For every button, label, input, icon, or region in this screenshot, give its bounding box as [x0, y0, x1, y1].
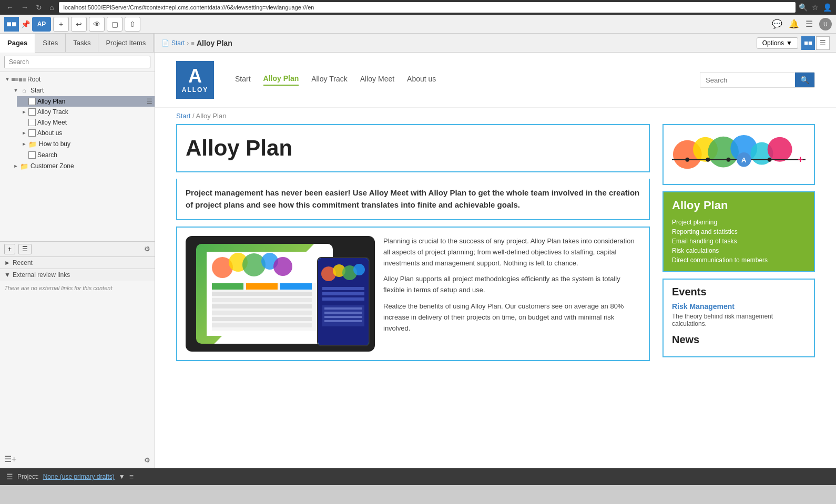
- tree-label-alloy-track: Alloy Track: [37, 108, 68, 116]
- tab-tasks[interactable]: Tasks: [66, 34, 98, 53]
- page-title-text: Alloy Plan: [197, 39, 232, 47]
- feature-5[interactable]: Direct communication to members: [672, 255, 806, 265]
- alloy-search-button[interactable]: 🔍: [795, 73, 814, 87]
- refresh-btn[interactable]: ↻: [34, 2, 44, 13]
- about-us-toggle: ►: [21, 130, 27, 136]
- cms-toolbar-left: ■■ 📌 AP + ↩ 👁 ▢ ⇧: [4, 17, 772, 32]
- breadcrumb-start[interactable]: Start: [171, 39, 185, 47]
- tree-item-alloy-plan[interactable]: Alloy Plan ☰: [17, 96, 155, 107]
- external-links-label: External review links: [13, 271, 70, 279]
- pin-button[interactable]: 📌: [21, 20, 30, 28]
- user-avatar[interactable]: U: [819, 18, 832, 30]
- tree-label-alloy-meet: Alloy Meet: [37, 119, 67, 126]
- folder-icon-how-to-buy: 📁: [28, 140, 37, 148]
- tree-item-search[interactable]: Search: [17, 150, 155, 160]
- alloy-plan-menu[interactable]: ☰: [147, 98, 152, 105]
- back-btn[interactable]: ←: [4, 2, 16, 13]
- alloy-search-box: 🔍: [700, 72, 815, 88]
- list-view-btn[interactable]: ☰: [816, 36, 830, 50]
- sidebar-tabs: Pages Sites Tasks Project Items: [0, 34, 155, 53]
- forward-btn[interactable]: →: [19, 2, 30, 13]
- sidebar-search-input[interactable]: [4, 56, 150, 68]
- feature-3[interactable]: Email handling of tasks: [672, 236, 806, 246]
- feature-4[interactable]: Risk calculations: [672, 246, 806, 255]
- view-buttons: ■■ ☰: [801, 36, 830, 50]
- page-title-header: ■ Alloy Plan: [191, 39, 232, 47]
- alloy-logo: A ALLOY: [176, 61, 214, 99]
- chat-icon[interactable]: 💬: [772, 19, 782, 29]
- nav-alloy-track[interactable]: Alloy Track: [311, 75, 347, 85]
- project-link[interactable]: None (use primary drafts): [43, 473, 115, 480]
- tree-item-start[interactable]: ▼ ⌂ Start: [8, 85, 155, 96]
- add-more-btn[interactable]: ☰+: [4, 454, 16, 464]
- project-dropdown-arrow[interactable]: ▼: [119, 473, 125, 480]
- feature-2[interactable]: Reporting and statistics: [672, 227, 806, 236]
- svg-point-38: [727, 158, 731, 162]
- folder-icon-customer-zone: 📁: [20, 162, 28, 170]
- alloy-search-input[interactable]: [700, 74, 795, 87]
- fullscreen-btn[interactable]: ⇧: [125, 17, 140, 32]
- tree-item-alloy-track[interactable]: ► Alloy Track: [17, 107, 155, 117]
- event-title[interactable]: Risk Management: [672, 302, 806, 311]
- nav-start[interactable]: Start: [235, 75, 251, 85]
- star-icon: ☆: [812, 3, 819, 12]
- alloy-website: A ALLOY Start Alloy Plan Alloy Track All…: [155, 53, 836, 468]
- svg-point-36: [685, 158, 689, 162]
- events-title: Events: [672, 286, 806, 298]
- preview-btn[interactable]: 👁: [89, 17, 105, 32]
- root-icon: [12, 78, 26, 81]
- address-bar[interactable]: localhost:5000/EPiServer/Cms/#context=ep…: [59, 2, 796, 13]
- nav-alloy-meet[interactable]: Alloy Meet: [360, 75, 394, 85]
- circles-block: A +: [662, 124, 815, 185]
- tree-item-root[interactable]: ▼ Root: [0, 74, 155, 85]
- page-icon-header: ■: [191, 40, 195, 46]
- tab-sites[interactable]: Sites: [35, 34, 66, 53]
- nav-about-us[interactable]: About us: [407, 75, 436, 85]
- breadcrumb-separator: ›: [187, 39, 189, 47]
- project-label: Project:: [17, 473, 39, 480]
- tree-label-search: Search: [37, 151, 57, 159]
- cms-toolbar-right: 💬 🔔 ☰ U: [772, 18, 832, 30]
- undo-btn[interactable]: ↩: [71, 17, 87, 32]
- body-text-2: Alloy Plan supports all project methodol…: [383, 274, 640, 296]
- svg-rect-14: [212, 317, 312, 321]
- page-icon-search: [28, 151, 36, 159]
- tab-project-items[interactable]: Project Items: [98, 34, 154, 53]
- alloy-main: Alloy Plan Project management has never …: [176, 124, 650, 364]
- tree-item-about-us[interactable]: ► About us: [17, 128, 155, 138]
- alloy-plan-tab[interactable]: AP: [32, 17, 51, 32]
- content-header: 📄 Start › ■ Alloy Plan Options ▼ ■■ ☰: [155, 34, 836, 53]
- tree-item-how-to-buy[interactable]: ► 📁 How to buy: [17, 138, 155, 150]
- bell-icon[interactable]: 🔔: [789, 19, 799, 29]
- options-button[interactable]: Options ▼: [757, 37, 798, 49]
- start-toggle: ▼: [13, 87, 19, 94]
- alloy-track-toggle: ►: [21, 109, 27, 115]
- alloy-breadcrumb-start[interactable]: Start: [176, 112, 190, 120]
- add-item-btn[interactable]: +: [4, 244, 15, 254]
- add-content-btn[interactable]: +: [53, 17, 69, 32]
- green-features: Alloy Plan Project planning Reporting an…: [664, 192, 814, 271]
- menu-icon[interactable]: ☰: [806, 19, 813, 29]
- svg-point-20: [353, 264, 365, 275]
- compare-btn[interactable]: ▢: [107, 17, 123, 32]
- root-toggle: ▼: [4, 76, 11, 83]
- nav-alloy-plan[interactable]: Alloy Plan: [263, 74, 299, 86]
- svg-point-5: [273, 257, 292, 276]
- external-links-section[interactable]: ▼ External review links: [0, 269, 155, 281]
- home-btn[interactable]: ⌂: [47, 2, 56, 13]
- sidebar-gear-btn[interactable]: ⚙: [144, 245, 150, 253]
- feature-1[interactable]: Project planning: [672, 218, 806, 227]
- phone-screen: [318, 258, 369, 345]
- tree-item-alloy-meet[interactable]: Alloy Meet: [17, 117, 155, 128]
- status-bar-menu[interactable]: ≡: [129, 472, 134, 481]
- bottom-gear-btn[interactable]: ⚙: [144, 456, 150, 464]
- page-icon-about-us: [28, 129, 36, 137]
- recent-section[interactable]: ► Recent: [0, 256, 155, 269]
- tablet-screen: [196, 244, 333, 344]
- external-links-chevron: ▼: [4, 271, 11, 279]
- tab-pages[interactable]: Pages: [0, 34, 35, 53]
- alloy-breadcrumb: Start / Alloy Plan: [155, 108, 836, 124]
- list-btn[interactable]: ☰: [18, 244, 32, 254]
- grid-view-btn[interactable]: ■■: [801, 36, 815, 50]
- tree-item-customer-zone[interactable]: ► 📁 Customer Zone: [8, 160, 155, 172]
